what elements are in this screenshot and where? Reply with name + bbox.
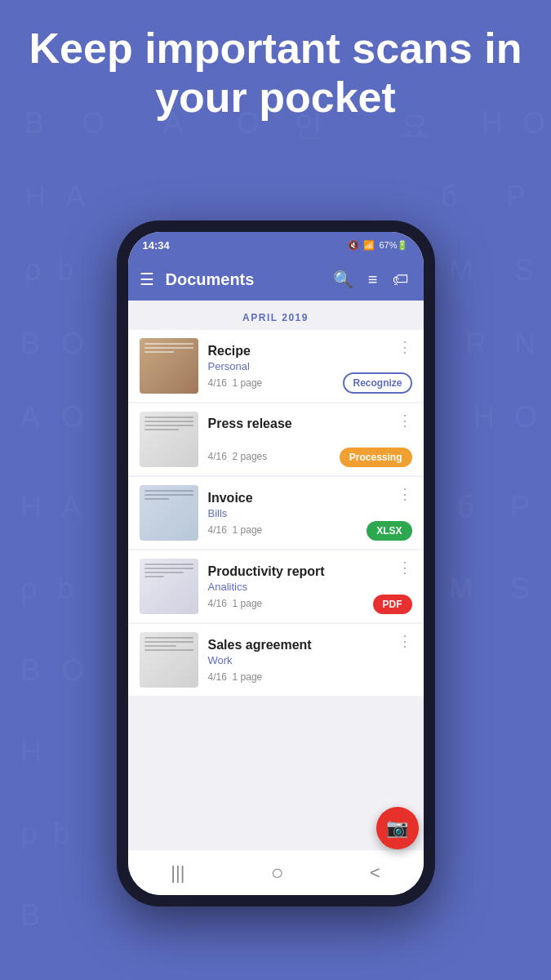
doc-category: Bills <box>208 507 358 519</box>
bg-letter: A <box>65 180 85 214</box>
bg-letter: ρ <box>20 572 37 606</box>
thumb-line <box>144 576 164 577</box>
bg-letter: S <box>510 572 530 606</box>
doc-right: ⋮ Processing <box>340 412 412 467</box>
tag-icon[interactable]: 🏷 <box>389 267 412 292</box>
doc-info-invoice: Invoice Bills 4/16 1 page <box>208 491 358 536</box>
bg-letter: A <box>61 490 81 524</box>
bg-letter: A <box>20 400 40 434</box>
thumb-line <box>144 645 176 647</box>
app-title: Documents <box>166 270 322 289</box>
more-icon[interactable]: ⋮ <box>398 632 412 650</box>
thumb-line <box>144 649 193 651</box>
bg-letter: R <box>465 327 487 361</box>
doc-meta: 4/16 1 page <box>208 524 358 536</box>
status-icons: 🔇 📶 67%🔋 <box>348 240 408 251</box>
phone-screen: 14:34 🔇 📶 67%🔋 ☰ Documents 🔍 ≡ 🏷 APRIL 2… <box>128 232 424 895</box>
doc-meta: 4/16 1 page <box>208 671 388 683</box>
doc-item-report[interactable]: Productivity report Analitics 4/16 1 pag… <box>128 550 424 622</box>
thumb-line <box>144 498 169 500</box>
bg-letter: В <box>20 653 40 688</box>
hero-title: Keep important scans in your pocket <box>0 24 551 122</box>
bg-letter: B <box>20 327 40 361</box>
bg-letter: H <box>473 400 495 434</box>
camera-fab-icon: 📷 <box>386 817 408 839</box>
recognize-badge[interactable]: Recognize <box>343 372 411 394</box>
doc-item-sales[interactable]: Sales agreement Work 4/16 1 page ⋮ <box>128 624 424 696</box>
bg-letter: O <box>61 327 84 361</box>
thumb-lines <box>144 416 193 430</box>
thumb-line <box>144 641 193 643</box>
more-icon[interactable]: ⋮ <box>398 485 412 503</box>
thumb-line <box>144 564 193 565</box>
bg-letter: S <box>514 253 534 287</box>
doc-thumbnail-report <box>140 559 198 614</box>
doc-right: ⋮ PDF <box>373 559 412 614</box>
thumb-line <box>144 425 193 426</box>
status-bar: 14:34 🔇 📶 67%🔋 <box>128 232 424 258</box>
doc-category: Personal <box>208 360 334 372</box>
thumb-line <box>144 343 193 345</box>
bg-letter: b <box>57 253 73 287</box>
doc-meta: 4/16 1 page <box>208 377 334 389</box>
thumb-lines <box>144 490 193 500</box>
thumb-line <box>144 572 184 573</box>
bg-letter: В <box>20 898 40 933</box>
doc-right: ⋮ Recognize <box>343 338 411 394</box>
search-icon[interactable]: 🔍 <box>330 266 357 292</box>
doc-thumbnail-press <box>140 412 198 467</box>
bg-letter: b <box>57 572 73 606</box>
thumb-lines <box>144 637 193 651</box>
bg-letter: P <box>506 180 526 214</box>
doc-item-invoice[interactable]: Invoice Bills 4/16 1 page ⋮ XLSX <box>128 477 424 549</box>
doc-right: ⋮ <box>398 632 412 688</box>
doc-name: Press release <box>208 416 330 431</box>
pdf-badge: PDF <box>373 595 412 614</box>
doc-name: Recipe <box>208 344 334 359</box>
bg-letter: H <box>24 180 46 214</box>
thumb-line <box>144 421 193 422</box>
processing-badge: Processing <box>340 448 412 467</box>
bg-letter: P <box>510 490 530 524</box>
month-label: APRIL 2019 <box>128 301 424 330</box>
thumb-line <box>144 494 193 496</box>
more-icon[interactable]: ⋮ <box>398 559 412 577</box>
more-icon[interactable]: ⋮ <box>398 412 412 430</box>
doc-category: Work <box>208 654 388 666</box>
doc-name: Sales agreement <box>208 638 388 653</box>
bg-letter: б <box>441 180 458 214</box>
hamburger-icon[interactable]: ☰ <box>140 270 154 289</box>
nav-home-icon[interactable]: ○ <box>271 860 284 885</box>
nav-recent-icon[interactable]: ||| <box>171 862 184 884</box>
nav-back-icon[interactable]: < <box>370 862 380 884</box>
bg-letter: N <box>514 327 535 361</box>
bottom-nav: ||| ○ < <box>128 849 424 895</box>
bg-letter: O <box>514 400 537 434</box>
doc-category: Analitics <box>208 581 363 593</box>
doc-item-recipe[interactable]: Recipe Personal 4/16 1 page ⋮ Recognize <box>128 330 424 402</box>
doc-meta: 4/16 1 page <box>208 598 363 609</box>
bg-letter: M <box>449 253 473 287</box>
camera-fab[interactable]: 📷 <box>376 807 419 849</box>
filter-icon[interactable]: ≡ <box>365 267 381 292</box>
bg-letter: Н <box>20 735 42 769</box>
doc-thumbnail-recipe <box>140 338 198 394</box>
documents-area: APRIL 2019 Recipe Personal 4/16 <box>128 301 424 849</box>
bg-letter: H <box>20 490 42 524</box>
xlsx-badge: XLSX <box>367 521 411 541</box>
thumb-line <box>144 351 174 353</box>
bg-letter: b <box>53 817 69 851</box>
doc-thumbnail-invoice <box>140 485 198 541</box>
bg-letter: О <box>61 653 84 688</box>
bg-letter: O <box>61 400 84 434</box>
bg-letter: ρ <box>20 817 37 851</box>
doc-item-press[interactable]: Press release 4/16 2 pages ⋮ Processing <box>128 403 424 475</box>
more-icon[interactable]: ⋮ <box>398 338 412 356</box>
bg-letter: ρ <box>24 253 41 287</box>
doc-name: Invoice <box>208 491 358 506</box>
thumb-lines <box>144 564 193 577</box>
doc-name: Productivity report <box>208 564 363 579</box>
bg-letter: б <box>457 490 474 524</box>
phone-shell: 14:34 🔇 📶 67%🔋 ☰ Documents 🔍 ≡ 🏷 APRIL 2… <box>117 220 435 906</box>
wifi-icon: 📶 <box>363 240 375 251</box>
